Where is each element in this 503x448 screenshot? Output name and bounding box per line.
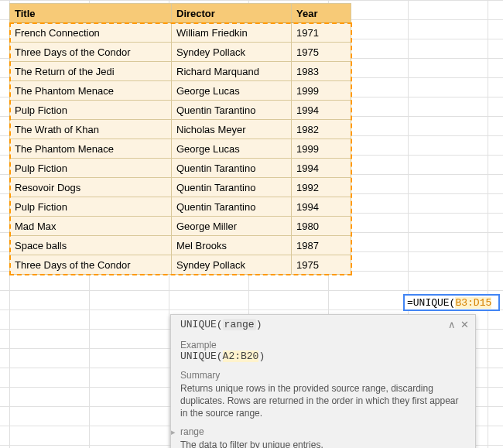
cell-year[interactable]: 1980 xyxy=(292,217,351,236)
table-row[interactable]: French ConnectionWilliam Friedkin1971 xyxy=(10,23,351,43)
tooltip-signature: UNIQUE(range) xyxy=(180,319,443,330)
cell-title[interactable]: Mad Max xyxy=(10,217,172,236)
cell-title[interactable]: Pulp Fiction xyxy=(10,197,172,217)
cell-title[interactable]: The Phantom Menace xyxy=(10,139,172,159)
close-icon[interactable]: ✕ xyxy=(460,320,469,330)
cell-title[interactable]: Three Days of the Condor xyxy=(10,255,172,275)
cell-title[interactable]: Space balls xyxy=(10,236,172,255)
cell-title[interactable]: Resovoir Dogs xyxy=(10,178,172,197)
cell-title[interactable]: The Phantom Menace xyxy=(10,81,172,101)
cell-year[interactable]: 1994 xyxy=(292,197,351,217)
header-year[interactable]: Year xyxy=(292,4,351,23)
expand-arrow-icon[interactable]: ▸ xyxy=(171,427,180,437)
ex-fn: UNIQUE( xyxy=(180,351,223,362)
data-table[interactable]: Title Director Year French ConnectionWil… xyxy=(9,3,351,275)
example-text: UNIQUE(A2:B20) xyxy=(180,351,466,362)
table-row[interactable]: Pulp FictionQuentin Tarantino1994 xyxy=(10,197,351,217)
cell-title[interactable]: Pulp Fiction xyxy=(10,159,172,178)
formula-range: B3:D15 xyxy=(455,297,491,309)
cell-director[interactable]: George Miller xyxy=(172,217,292,236)
cell-director[interactable]: George Lucas xyxy=(172,139,292,159)
cell-year[interactable]: 1975 xyxy=(292,255,351,275)
cell-year[interactable]: 1982 xyxy=(292,120,351,139)
cell-director[interactable]: Nicholas Meyer xyxy=(172,120,292,139)
table-header-row: Title Director Year xyxy=(10,4,351,23)
sig-fn: UNIQUE( xyxy=(180,319,223,330)
formula-help-tooltip: UNIQUE(range) ∧ ✕ Example UNIQUE(A2:B20)… xyxy=(170,314,476,448)
table-row[interactable]: The Return of the JediRichard Marquand19… xyxy=(10,62,351,81)
cell-director[interactable]: Richard Marquand xyxy=(172,62,292,81)
header-director[interactable]: Director xyxy=(172,4,292,23)
table-row[interactable]: The Phantom MenaceGeorge Lucas1999 xyxy=(10,139,351,159)
table-row[interactable]: The Wrath of KhanNicholas Meyer1982 xyxy=(10,120,351,139)
range-label: range xyxy=(180,426,323,437)
range-text: The data to filter by unique entries. xyxy=(180,439,323,448)
cell-year[interactable]: 1999 xyxy=(292,139,351,159)
table-row[interactable]: Resovoir DogsQuentin Tarantino1992 xyxy=(10,178,351,197)
collapse-icon[interactable]: ∧ xyxy=(448,320,456,330)
table-row[interactable]: Mad MaxGeorge Miller1980 xyxy=(10,217,351,236)
cell-director[interactable]: Mel Brooks xyxy=(172,236,292,255)
sig-arg: range xyxy=(223,319,256,330)
cell-title[interactable]: Three Days of the Condor xyxy=(10,43,172,62)
table-row[interactable]: Pulp FictionQuentin Tarantino1994 xyxy=(10,159,351,178)
cell-director[interactable]: George Lucas xyxy=(172,81,292,101)
cell-title[interactable]: French Connection xyxy=(10,23,172,43)
sig-close: ) xyxy=(256,319,262,330)
cell-year[interactable]: 1994 xyxy=(292,101,351,120)
cell-year[interactable]: 1987 xyxy=(292,236,351,255)
cell-year[interactable]: 1983 xyxy=(292,62,351,81)
cell-year[interactable]: 1971 xyxy=(292,23,351,43)
cell-year[interactable]: 1999 xyxy=(292,81,351,101)
formula-input-cell[interactable]: =UNIQUE(B3:D15 xyxy=(403,294,500,311)
table-row[interactable]: The Phantom MenaceGeorge Lucas1999 xyxy=(10,81,351,101)
cell-director[interactable]: Quentin Tarantino xyxy=(172,197,292,217)
example-label: Example xyxy=(180,340,466,351)
cell-director[interactable]: Quentin Tarantino xyxy=(172,101,292,120)
cell-title[interactable]: The Wrath of Khan xyxy=(10,120,172,139)
cell-title[interactable]: The Return of the Jedi xyxy=(10,62,172,81)
table-row[interactable]: Three Days of the CondorSyndey Pollack19… xyxy=(10,43,351,62)
cell-director[interactable]: William Friedkin xyxy=(172,23,292,43)
cell-director[interactable]: Quentin Tarantino xyxy=(172,178,292,197)
cell-year[interactable]: 1994 xyxy=(292,159,351,178)
ex-close: ) xyxy=(258,351,265,362)
cell-director[interactable]: Quentin Tarantino xyxy=(172,159,292,178)
cell-director[interactable]: Syndey Pollack xyxy=(172,255,292,275)
table-row[interactable]: Three Days of the CondorSyndey Pollack19… xyxy=(10,255,351,275)
formula-prefix: =UNIQUE( xyxy=(407,297,455,309)
table-row[interactable]: Pulp FictionQuentin Tarantino1994 xyxy=(10,101,351,120)
cell-year[interactable]: 1992 xyxy=(292,178,351,197)
summary-label: Summary xyxy=(180,370,466,381)
header-title[interactable]: Title xyxy=(10,4,172,23)
table-row[interactable]: Space ballsMel Brooks1987 xyxy=(10,236,351,255)
summary-text: Returns unique rows in the provided sour… xyxy=(180,382,466,420)
cell-director[interactable]: Syndey Pollack xyxy=(172,43,292,62)
cell-year[interactable]: 1975 xyxy=(292,43,351,62)
ex-arg: A2:B20 xyxy=(223,351,259,362)
cell-title[interactable]: Pulp Fiction xyxy=(10,101,172,120)
